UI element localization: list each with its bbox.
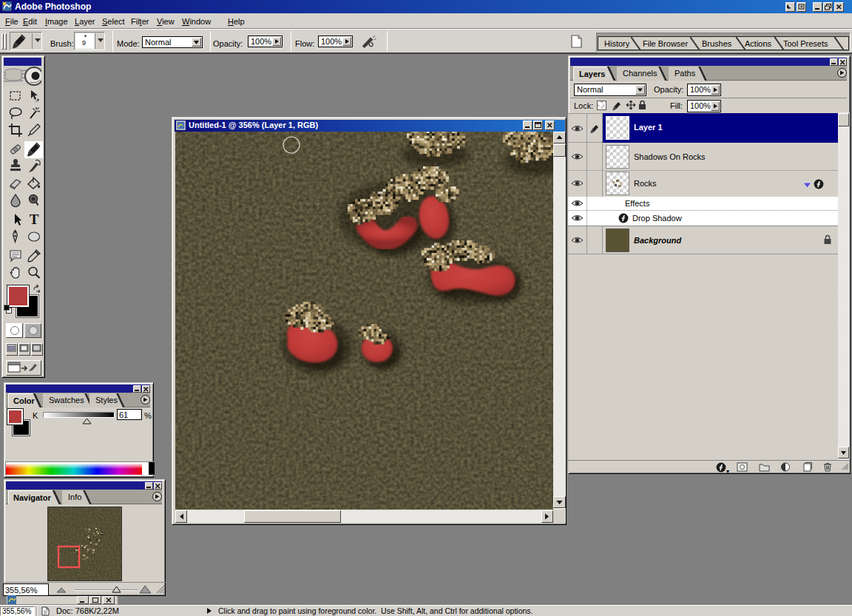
svg-text:T: T [29, 211, 38, 227]
